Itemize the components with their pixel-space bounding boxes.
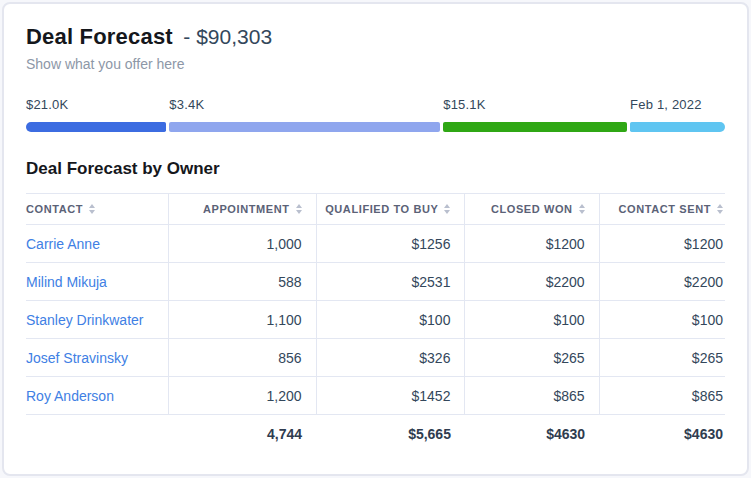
contact-link[interactable]: Stanley Drinkwater <box>26 312 144 328</box>
column-header-appointment[interactable]: APPOINTMENT <box>169 194 316 225</box>
contact-cell: Stanley Drinkwater <box>26 301 169 339</box>
deal-forecast-table: CONTACTAPPOINTMENTQUALIFIED TO BUYCLOSED… <box>26 193 725 453</box>
contact-link[interactable]: Josef Stravinsky <box>26 350 128 366</box>
forecast-bar-label: $15.1K <box>443 97 485 112</box>
column-header-label: CONTACT SENT <box>618 203 711 215</box>
value-cell: $2200 <box>599 263 725 301</box>
contact-cell: Roy Anderson <box>26 377 169 415</box>
forecast-progress-bar <box>26 122 725 132</box>
value-cell: $1256 <box>316 225 465 263</box>
table-row: Milind Mikuja588$2531$2200$2200 <box>26 263 725 301</box>
column-header-qualified-to-buy[interactable]: QUALIFIED TO BUY <box>316 194 465 225</box>
forecast-bar-segment[interactable] <box>630 122 725 132</box>
page-title-amount: - $90,303 <box>183 25 272 48</box>
value-cell: $265 <box>599 339 725 377</box>
page-title: Deal Forecast - $90,303 <box>26 24 725 50</box>
contact-cell: Carrie Anne <box>26 225 169 263</box>
sort-icon[interactable] <box>296 204 302 214</box>
column-header-label: QUALIFIED TO BUY <box>325 203 438 215</box>
value-cell: $326 <box>316 339 465 377</box>
total-cell: $4630 <box>599 415 725 454</box>
value-cell: $265 <box>465 339 599 377</box>
table-row: Roy Anderson1,200$1452$865$865 <box>26 377 725 415</box>
forecast-bar-segment[interactable] <box>169 122 440 132</box>
column-header-contact-sent[interactable]: CONTACT SENT <box>599 194 725 225</box>
sort-icon[interactable] <box>89 204 95 214</box>
value-cell: 588 <box>169 263 316 301</box>
table-row: Josef Stravinsky856$326$265$265 <box>26 339 725 377</box>
table-row: Carrie Anne1,000$1256$1200$1200 <box>26 225 725 263</box>
value-cell: $2531 <box>316 263 465 301</box>
contact-cell: Josef Stravinsky <box>26 339 169 377</box>
value-cell: 1,000 <box>169 225 316 263</box>
total-cell: $5,665 <box>316 415 465 454</box>
total-cell <box>26 415 169 454</box>
sort-icon[interactable] <box>579 204 585 214</box>
forecast-bar-label: $3.4K <box>169 97 204 112</box>
forecast-bar-segment[interactable] <box>443 122 627 132</box>
sort-icon[interactable] <box>444 204 450 214</box>
value-cell: $100 <box>599 301 725 339</box>
column-header-label: APPOINTMENT <box>203 203 290 215</box>
forecast-bar-segment[interactable] <box>26 122 166 132</box>
total-cell: 4,744 <box>169 415 316 454</box>
value-cell: 1,100 <box>169 301 316 339</box>
value-cell: 856 <box>169 339 316 377</box>
column-header-label: CONTACT <box>26 203 83 215</box>
section-title: Deal Forecast by Owner <box>26 159 725 179</box>
contact-link[interactable]: Carrie Anne <box>26 236 100 252</box>
value-cell: 1,200 <box>169 377 316 415</box>
value-cell: $100 <box>316 301 465 339</box>
value-cell: $100 <box>465 301 599 339</box>
forecast-bar-label: Feb 1, 2022 <box>630 97 702 112</box>
value-cell: $1200 <box>465 225 599 263</box>
deal-forecast-card: Deal Forecast - $90,303 Show what you of… <box>2 2 749 476</box>
column-header-closed-won[interactable]: CLOSED WON <box>465 194 599 225</box>
forecast-bar-label: $21.0K <box>26 97 68 112</box>
value-cell: $865 <box>599 377 725 415</box>
page-subtitle: Show what you offer here <box>26 56 725 72</box>
sort-icon[interactable] <box>717 204 723 214</box>
value-cell: $2200 <box>465 263 599 301</box>
total-cell: $4630 <box>465 415 599 454</box>
contact-link[interactable]: Roy Anderson <box>26 388 114 404</box>
value-cell: $865 <box>465 377 599 415</box>
value-cell: $1200 <box>599 225 725 263</box>
table-row: Stanley Drinkwater1,100$100$100$100 <box>26 301 725 339</box>
forecast-bar-labels: $21.0K$3.4K$15.1KFeb 1, 2022 <box>26 97 725 113</box>
contact-link[interactable]: Milind Mikuja <box>26 274 107 290</box>
value-cell: $1452 <box>316 377 465 415</box>
column-header-contact[interactable]: CONTACT <box>26 194 169 225</box>
column-header-label: CLOSED WON <box>491 203 573 215</box>
contact-cell: Milind Mikuja <box>26 263 169 301</box>
table-totals: 4,744$5,665$4630$4630 <box>26 415 725 454</box>
page-title-text: Deal Forecast <box>26 24 173 49</box>
table-header: CONTACTAPPOINTMENTQUALIFIED TO BUYCLOSED… <box>26 194 725 225</box>
